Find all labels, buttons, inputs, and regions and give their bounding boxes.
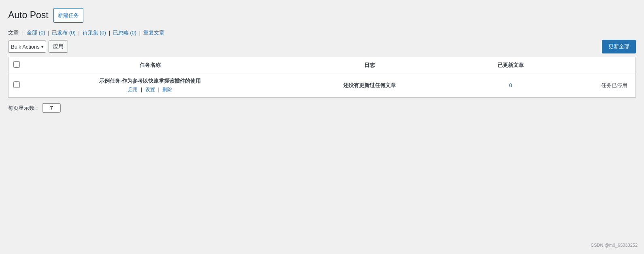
col-updated-header: 已更新文章 [463,57,557,73]
filter-published[interactable]: 已发布 (0) [52,30,76,36]
task-log-text: 还没有更新过任何文章 [343,82,396,88]
col-check-header [9,57,25,73]
new-task-button[interactable]: 新建任务 [53,8,83,23]
task-updated-count: 0 [509,82,512,88]
toolbar-left: Bulk Actions ▾ 应用 [8,41,68,53]
task-delete-link[interactable]: 删除 [162,87,172,92]
col-name-header: 任务名称 [25,57,276,73]
per-page-label: 每页显示数： [8,105,40,112]
task-status-text: 任务已停用 [601,82,627,88]
filter-all[interactable]: 全部 (0) [27,30,45,36]
toolbar-right: 更新全部 [602,40,636,53]
col-status-header [558,57,635,73]
page-header: Auto Post 新建任务 [8,8,636,23]
chevron-down-icon: ▾ [41,45,43,49]
task-name: 示例任务-作为参考以快速掌握该插件的使用 [30,77,271,85]
col-log-header: 日志 [276,57,464,73]
filter-sep-3: | [109,30,110,36]
select-all-checkbox[interactable] [13,61,20,68]
tasks-table: 任务名称 日志 已更新文章 示例任务-作 [9,57,635,97]
task-enable-link[interactable]: 启用 [128,87,138,92]
filter-sep-1: | [48,30,49,36]
bulk-actions-label: Bulk Actions [11,44,40,50]
filter-ignored[interactable]: 已忽略 (0) [113,30,137,36]
table-row: 示例任务-作为参考以快速掌握该插件的使用 启用 | 设置 | 删除 还没有更新过… [9,73,635,98]
task-name-cell: 示例任务-作为参考以快速掌握该插件的使用 启用 | 设置 | 删除 [25,73,276,98]
update-all-button[interactable]: 更新全部 [602,40,636,53]
filter-colon: ： [20,30,26,36]
task-settings-link[interactable]: 设置 [145,87,155,92]
toolbar: Bulk Actions ▾ 应用 更新全部 [8,40,636,53]
task-log-cell: 还没有更新过任何文章 [276,73,464,98]
per-page-input[interactable] [42,103,61,113]
action-sep-2: | [158,86,159,92]
watermark: CSDN @m0_65030252 [591,243,638,248]
row-checkbox-cell [9,73,25,98]
tasks-table-wrapper: 任务名称 日志 已更新文章 示例任务-作 [8,57,636,98]
task-actions: 启用 | 设置 | 删除 [128,86,172,92]
filter-prefix: 文章 [8,30,19,36]
task-status-cell: 任务已停用 [558,73,635,98]
filter-bar: 文章 ： 全部 (0) | 已发布 (0) | 待采集 (0) | 已忽略 (0… [8,29,636,36]
filter-duplicate[interactable]: 重复文章 [143,30,164,36]
row-checkbox[interactable] [13,81,20,88]
page-title: Auto Post [8,9,49,21]
action-sep-1: | [141,86,142,92]
filter-sep-2: | [79,30,80,36]
pagination-bar: 每页显示数： [8,103,636,113]
apply-button[interactable]: 应用 [49,41,68,53]
filter-pending[interactable]: 待采集 (0) [83,30,106,36]
task-updated-cell: 0 [463,73,557,98]
filter-sep-4: | [139,30,140,36]
bulk-actions-dropdown[interactable]: Bulk Actions ▾ [8,41,46,53]
table-header-row: 任务名称 日志 已更新文章 [9,57,635,73]
page-wrapper: Auto Post 新建任务 文章 ： 全部 (0) | 已发布 (0) | 待… [0,0,644,254]
